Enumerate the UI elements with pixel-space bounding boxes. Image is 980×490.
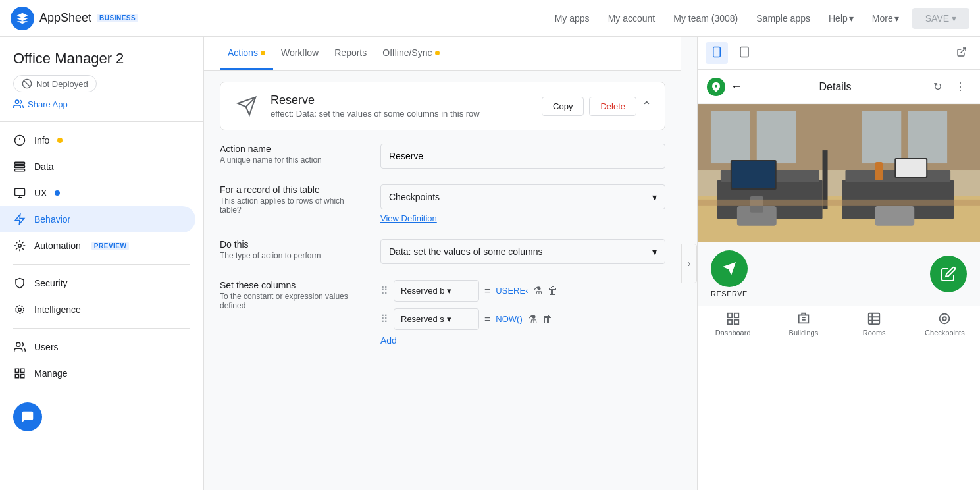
back-arrow-icon[interactable]: ← <box>731 80 742 94</box>
nav-sample-apps[interactable]: Sample apps <box>748 8 818 29</box>
content-area: Actions Workflow Reports Offline/Sync <box>204 37 681 490</box>
nav-more[interactable]: More ▾ <box>864 8 907 29</box>
drag-handle-1[interactable]: ⠿ <box>380 313 388 325</box>
actions-dot <box>261 51 265 55</box>
phone-refresh-button[interactable]: ↻ <box>928 76 947 97</box>
tab-actions[interactable]: Actions <box>220 37 273 70</box>
logo-badge: BUSINESS <box>97 14 138 22</box>
action-name-input[interactable] <box>380 144 665 169</box>
bottom-nav-dashboard[interactable]: Dashboard <box>698 312 768 337</box>
bottom-nav-rooms[interactable]: Rooms <box>839 312 910 337</box>
col-select-0[interactable]: Reserved b ▾ <box>394 280 479 302</box>
bottom-nav-checkpoints[interactable]: Checkpoints <box>910 312 980 337</box>
copy-button[interactable]: Copy <box>542 97 584 116</box>
sidebar-item-intelligence-label: Intelligence <box>34 304 81 315</box>
table-row: For a record of this table This action a… <box>220 184 665 223</box>
svg-rect-17 <box>21 369 24 372</box>
reserve-fab-button[interactable] <box>711 250 748 287</box>
view-definition-link[interactable]: View Definition <box>380 213 665 223</box>
tablet-view-button[interactable] <box>733 42 756 64</box>
edit-fab-button[interactable] <box>930 256 967 292</box>
share-app-button[interactable]: Share App <box>13 97 190 111</box>
rooms-icon <box>867 312 881 326</box>
sidebar-item-security[interactable]: Security <box>0 270 195 296</box>
tablet-icon <box>738 46 750 58</box>
external-link-button[interactable] <box>951 43 972 64</box>
formula-icon-1[interactable]: ⚗ <box>528 313 537 325</box>
sidebar-item-manage[interactable]: Manage <box>0 360 195 387</box>
mobile-view-button[interactable] <box>706 42 728 64</box>
col-select-1[interactable]: Reserved s ▾ <box>394 308 479 330</box>
delete-col-1[interactable]: 🗑 <box>542 313 553 325</box>
reserve-fab: RESERVE <box>711 250 748 298</box>
action-info: Reserve effect: Data: set the values of … <box>271 94 531 119</box>
tab-workflow[interactable]: Workflow <box>273 37 326 70</box>
expr-value-0: USERE‹ <box>496 286 528 296</box>
svg-rect-34 <box>908 111 947 163</box>
sidebar-item-intelligence[interactable]: Intelligence <box>0 296 195 323</box>
formula-icon-0[interactable]: ⚗ <box>533 285 542 297</box>
external-link-icon <box>956 47 967 57</box>
sidebar-item-manage-label: Manage <box>34 368 68 379</box>
svg-point-59 <box>943 317 947 321</box>
checkpoints-icon <box>937 312 952 326</box>
sidebar-item-automation-label: Automation <box>34 240 81 251</box>
sidebar-nav: Info Data UX <box>0 122 203 392</box>
sidebar-item-ux[interactable]: UX <box>0 180 195 206</box>
sidebar-item-automation[interactable]: Automation PREVIEW <box>0 232 195 259</box>
tab-offline-sync[interactable]: Offline/Sync <box>374 37 447 70</box>
nav-my-account[interactable]: My account <box>600 8 663 29</box>
svg-rect-44 <box>896 159 926 177</box>
nav-help[interactable]: Help ▾ <box>821 8 862 29</box>
svg-rect-51 <box>727 313 731 317</box>
sidebar-item-info-label: Info <box>34 135 49 146</box>
bottom-nav-buildings[interactable]: Buildings <box>768 312 838 337</box>
share-icon <box>13 99 24 109</box>
expand-button[interactable]: ⌃ <box>642 99 652 113</box>
drag-handle-0[interactable]: ⠿ <box>380 285 388 297</box>
svg-rect-7 <box>15 166 25 168</box>
columns-container: ⠿ Reserved b ▾ = USERE‹ ⚗ 🗑 <box>380 280 665 330</box>
phone-menu-button[interactable]: ⋮ <box>950 76 971 97</box>
sidebar-item-users-label: Users <box>34 342 59 352</box>
mobile-icon <box>711 46 723 58</box>
svg-rect-54 <box>727 320 731 324</box>
info-dot <box>57 138 63 143</box>
add-column-button[interactable]: Add <box>380 330 397 351</box>
action-send-icon <box>234 93 260 119</box>
sync-dot <box>435 51 440 55</box>
delete-button[interactable]: Delete <box>589 97 636 116</box>
tab-reports[interactable]: Reports <box>326 37 374 70</box>
do-this-label: Do this The type of action to perform <box>220 239 365 260</box>
svg-line-26 <box>961 48 966 53</box>
save-button[interactable]: SAVE ▾ <box>912 8 969 29</box>
col-row-1: ⠿ Reserved s ▾ = NOW() ⚗ 🗑 <box>380 308 665 330</box>
chat-fab[interactable] <box>13 402 42 431</box>
buildings-label: Buildings <box>789 329 819 337</box>
delete-col-0[interactable]: 🗑 <box>548 285 558 297</box>
nav-my-team[interactable]: My team (3008) <box>665 8 746 29</box>
sidebar-item-info[interactable]: Info <box>0 127 195 153</box>
svg-point-12 <box>18 244 22 248</box>
preview-toolbar <box>698 37 980 70</box>
phone-header: ← Details ↻ ⋮ <box>698 70 980 104</box>
ux-icon <box>13 186 26 200</box>
sidebar-item-users[interactable]: Users <box>0 334 195 360</box>
sidebar-badges: Not Deployed Share App <box>0 75 203 122</box>
content-scroll: Reserve effect: Data: set the values of … <box>204 71 681 490</box>
sidebar-item-behavior[interactable]: Behavior <box>0 206 195 232</box>
table-select[interactable]: Checkpoints ▾ <box>380 184 665 209</box>
svg-rect-33 <box>862 111 901 163</box>
not-deployed-badge[interactable]: Not Deployed <box>13 75 97 92</box>
nav-my-apps[interactable]: My apps <box>547 8 598 29</box>
col-chevron-icon-0: ▾ <box>447 286 451 296</box>
sidebar-divider-2 <box>13 328 190 329</box>
intelligence-icon <box>13 303 26 316</box>
sidebar-item-data[interactable]: Data <box>0 153 195 180</box>
action-name-row: Action name A unique name for this actio… <box>220 144 665 169</box>
logo-icon <box>11 7 34 30</box>
do-this-select[interactable]: Data: set the values of some columns ▾ <box>380 239 665 264</box>
collapse-preview-arrow[interactable]: › <box>681 244 697 283</box>
automation-icon <box>13 239 26 252</box>
phone-title: Details <box>742 81 928 93</box>
